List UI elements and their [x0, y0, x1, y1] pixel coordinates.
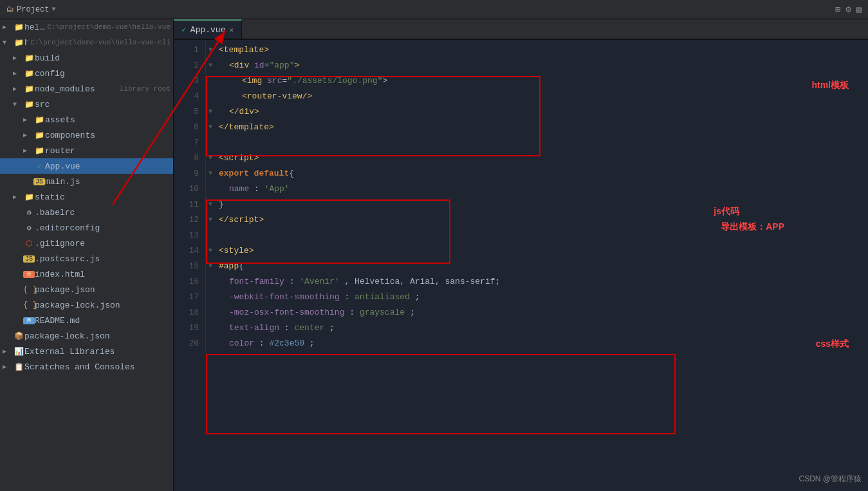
- sidebar-item-components[interactable]: ▶ 📁 components: [0, 127, 173, 143]
- folder-icon: 📁: [33, 115, 45, 125]
- sidebar-item-static[interactable]: ▶ 📁 static: [0, 189, 173, 205]
- tab-app-vue[interactable]: ✓ App.vue ✕: [174, 19, 242, 39]
- tree-arrow: ▶: [13, 69, 23, 77]
- top-bar: 🗂 Project ▼ ⊞ ⚙ ▤: [0, 0, 868, 19]
- tab-bar: ✓ App.vue ✕: [174, 19, 868, 40]
- watermark: CSDN @管程序猿: [799, 474, 862, 485]
- code-line-4: <router-view/>: [206, 89, 868, 104]
- tree-arrow: ▶: [23, 162, 33, 170]
- tab-vue-icon: ✓: [181, 24, 187, 35]
- toolbar-icon-1[interactable]: ⊞: [835, 4, 840, 15]
- item-label: config: [35, 69, 171, 79]
- tree-arrow: ▶: [23, 178, 33, 185]
- fold-icon-2[interactable]: ▼: [208, 58, 212, 73]
- sidebar-item-gitignore[interactable]: ▶ ⬡ .gitignore: [0, 236, 173, 251]
- css-box: [206, 354, 676, 434]
- sidebar-item-build[interactable]: ▶ 📁 build: [0, 50, 173, 66]
- item-sublabel: C:\project\demo-vue\hello-vue: [48, 23, 171, 31]
- code-line-7: [206, 135, 868, 151]
- tab-close-button[interactable]: ✕: [229, 26, 234, 34]
- tree-arrow: ▶: [13, 85, 23, 93]
- sidebar-item-index-html[interactable]: ▶ H index.html: [0, 266, 173, 282]
- sidebar-item-package-json[interactable]: ▶ { } package.json: [0, 282, 173, 297]
- sidebar-item-app-vue[interactable]: ▶ ✓ App.vue: [0, 158, 173, 174]
- js-icon: JS: [33, 178, 45, 185]
- tree-arrow: ▶: [23, 131, 33, 139]
- tree-arrow: ▶: [13, 239, 23, 247]
- code-content: ▼ <template> ▼ <div id="app">: [206, 40, 868, 354]
- code-line-2: ▼ <div id="app">: [206, 58, 868, 73]
- fold-icon-6[interactable]: ▼: [208, 120, 212, 135]
- tree-arrow: ▶: [13, 317, 23, 324]
- fold-icon-9[interactable]: ▼: [208, 166, 212, 181]
- item-label: main.js: [45, 177, 171, 187]
- lib-icon: 📊: [13, 347, 24, 357]
- project-label[interactable]: 🗂 Project ▼: [0, 5, 62, 14]
- item-label: Scratches and Consoles: [24, 362, 171, 372]
- folder-icon: 📁: [23, 69, 35, 79]
- sidebar-item-node-modules[interactable]: ▶ 📁 node_modules library root: [0, 81, 173, 97]
- sidebar-item-scratches[interactable]: ▶ 📋 Scratches and Consoles: [0, 359, 173, 375]
- editor-area: ✓ App.vue ✕ 1 2 3 4 5 6 7: [174, 19, 868, 491]
- folder-icon: 📁: [33, 146, 45, 156]
- sidebar-item-hello-vue[interactable]: ▶ 📁 hello-vue C:\project\demo-vue\hello-…: [0, 19, 173, 35]
- sidebar-item-postcssrc[interactable]: ▶ JS .postcssrc.js: [0, 251, 173, 266]
- tree-arrow: ▶: [13, 193, 23, 201]
- code-editor[interactable]: 1 2 3 4 5 6 7 8 9 10 11 12 13 14: [174, 40, 868, 354]
- item-label: assets: [45, 115, 171, 125]
- tree-arrow: ▶: [3, 23, 13, 31]
- sidebar: ▶ 📁 hello-vue C:\project\demo-vue\hello-…: [0, 19, 174, 491]
- folder-icon: 📁: [13, 38, 24, 48]
- code-line-14: ▼ <style>: [206, 243, 868, 259]
- sidebar-item-external-libraries[interactable]: ▶ 📊 External Libraries: [0, 344, 173, 359]
- sidebar-item-editorconfig[interactable]: ▶ ⚙ .editorconfig: [0, 220, 173, 236]
- fold-icon-1[interactable]: ▼: [208, 42, 212, 58]
- code-line-11: ▼ }: [206, 197, 868, 212]
- fold-icon-14[interactable]: ▼: [208, 243, 212, 259]
- item-label: static: [35, 192, 171, 202]
- tree-arrow: ▶: [13, 224, 23, 232]
- toolbar-icon-2[interactable]: ⚙: [845, 4, 851, 15]
- md-icon: M: [23, 317, 35, 324]
- sidebar-item-readme-md[interactable]: ▶ M README.md: [0, 313, 173, 328]
- dropdown-arrow[interactable]: ▼: [51, 6, 55, 13]
- item-sublabel: C:\project\demo-vue\hello-vue-cli: [30, 39, 171, 46]
- fold-icon-15[interactable]: ▼: [208, 259, 212, 274]
- tab-label: App.vue: [190, 25, 226, 35]
- sidebar-item-config[interactable]: ▶ 📁 config: [0, 66, 173, 81]
- item-label: .postcssrc.js: [35, 254, 171, 264]
- item-sublabel: library root: [120, 85, 171, 93]
- scratch-icon: 📋: [13, 362, 24, 372]
- sidebar-item-assets[interactable]: ▶ 📁 assets: [0, 112, 173, 127]
- fold-icon-11[interactable]: ▼: [208, 197, 212, 212]
- app-container: 🗂 Project ▼ ⊞ ⚙ ▤ ▶ 📁 hello-vue C:\proje…: [0, 0, 868, 491]
- code-line-10: name : 'App': [206, 181, 868, 197]
- code-line-19: text-align : center ;: [206, 320, 868, 336]
- fold-icon-5[interactable]: ▼: [208, 104, 212, 120]
- sidebar-item-hello-vue-cli[interactable]: ▼ 📁 hello-vue-cli C:\project\demo-vue\he…: [0, 35, 173, 50]
- sidebar-item-src[interactable]: ▼ 📁 src: [0, 97, 173, 112]
- js-annotation-1: js代码: [714, 206, 739, 218]
- folder-icon: 📁: [23, 84, 35, 94]
- item-label: README.md: [35, 316, 171, 326]
- toolbar-icon-3[interactable]: ▤: [856, 4, 862, 15]
- fold-icon-8[interactable]: ▼: [208, 151, 212, 166]
- sidebar-item-main-js[interactable]: ▶ JS main.js: [0, 174, 173, 189]
- tree-arrow: ▶: [3, 363, 13, 371]
- item-label: router: [45, 146, 171, 156]
- item-label: package-lock.json: [35, 301, 171, 310]
- sidebar-item-babelrc[interactable]: ▶ ⚙ .babelrc: [0, 205, 173, 220]
- folder-icon: 📁: [13, 23, 24, 32]
- sidebar-item-router[interactable]: ▶ 📁 router: [0, 143, 173, 158]
- line-numbers: 1 2 3 4 5 6 7 8 9 10 11 12 13 14: [174, 40, 206, 354]
- tree-arrow: ▶: [13, 208, 23, 216]
- sidebar-item-root-package-lock[interactable]: ▶ 📦 package-lock.json: [0, 328, 173, 344]
- item-label: index.html: [35, 270, 171, 279]
- folder-icon: 📁: [33, 131, 45, 140]
- sidebar-item-package-lock-json[interactable]: ▶ { } package-lock.json: [0, 297, 173, 313]
- html-icon: H: [23, 271, 35, 278]
- fold-icon-12[interactable]: ▼: [208, 212, 212, 228]
- item-label: package.json: [35, 285, 171, 295]
- item-label: .babelrc: [35, 208, 171, 218]
- item-label: src: [35, 100, 171, 109]
